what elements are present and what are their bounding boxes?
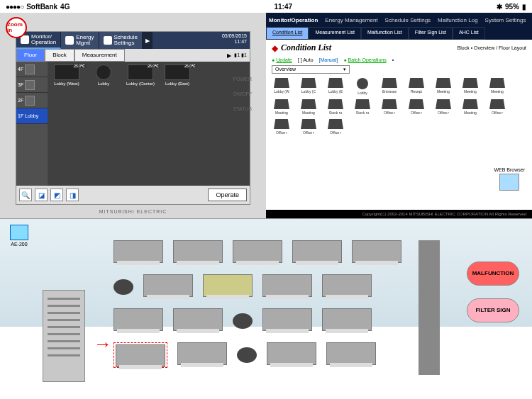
unit-label: Meeting: [460, 111, 480, 115]
duct-unit[interactable]: [322, 308, 372, 331]
floor-item-3f[interactable]: 3F: [16, 77, 48, 93]
webnav-malfunction[interactable]: Malfunction Log: [438, 17, 477, 23]
duct-unit[interactable]: [326, 342, 376, 365]
selected-unit-highlight[interactable]: [113, 342, 167, 368]
duct-unit[interactable]: [262, 308, 312, 331]
duct-unit[interactable]: [113, 308, 163, 331]
web-unit-item[interactable]: Office r: [326, 119, 345, 135]
web-unit-item[interactable]: Office r: [433, 99, 453, 115]
update-link[interactable]: ● Update: [272, 57, 292, 62]
duct-unit[interactable]: [116, 344, 165, 367]
duct-unit[interactable]: [322, 274, 372, 297]
subtab-condition[interactable]: Condition List: [266, 27, 309, 40]
web-unit-item[interactable]: Office r: [406, 99, 426, 115]
duct-unit[interactable]: [173, 308, 223, 331]
temp-label: 25.0℃: [73, 64, 86, 68]
unit-label: Meeting: [299, 111, 318, 115]
unit-icon: [274, 78, 289, 88]
nav-energy-mgmt[interactable]: Energy Mgmt: [61, 32, 99, 49]
nav-next-arrow[interactable]: ▶: [143, 32, 153, 49]
operate-button[interactable]: Operate: [208, 189, 247, 201]
web-unit-item[interactable]: Office r: [379, 99, 399, 115]
unit-grid: Lobby (WLobby (CLobby (ELobbyEntranceRec…: [266, 74, 532, 139]
duct-unit[interactable]: [173, 240, 223, 263]
web-unit-item[interactable]: Stock ro: [326, 99, 345, 115]
webnav-system[interactable]: System Settings: [485, 17, 526, 23]
ac-unit-lobby-center[interactable]: 25.0℃Lobby (Center): [124, 64, 157, 86]
floor-3d-view: AE-200 → MALFUNCTION FILTER SIGN: [0, 218, 532, 399]
web-unit-item[interactable]: Meeting: [460, 78, 480, 95]
malfunction-button[interactable]: MALFUNCTION: [467, 262, 519, 286]
nav-right-arrow[interactable]: ▶: [227, 52, 231, 59]
web-unit-item[interactable]: Meeting: [487, 78, 507, 95]
web-browser-indicator: WEB Browser: [494, 167, 525, 191]
tool-icon-1[interactable]: ◪: [35, 189, 48, 201]
tool-icon-2[interactable]: ◩: [50, 189, 63, 201]
floor-item-2f[interactable]: 2F: [16, 93, 48, 108]
round-unit[interactable]: [237, 347, 257, 363]
unit-label: Lobby (Center): [124, 82, 157, 86]
web-unit-item[interactable]: Office r: [487, 99, 507, 115]
floor-item-4f[interactable]: 4F: [16, 62, 48, 77]
webnav-energy[interactable]: Energy Management: [325, 17, 377, 23]
building-icon: [43, 290, 85, 382]
web-unit-item[interactable]: Meeting: [299, 99, 318, 115]
tab-measurement[interactable]: Measurement: [74, 49, 125, 62]
duct-unit[interactable]: [233, 240, 282, 263]
batch-link[interactable]: ● Batch Operations: [343, 57, 386, 62]
web-unit-item[interactable]: Office r: [299, 119, 318, 135]
tab-block[interactable]: Block: [45, 49, 74, 62]
web-unit-item[interactable]: Lobby (C: [299, 78, 318, 95]
tab-floor[interactable]: Floor: [16, 49, 45, 62]
unit-icon: [409, 99, 424, 109]
subtab-malfunction[interactable]: Malfunction List: [361, 27, 409, 40]
manual-toggle[interactable]: [Manual]: [319, 57, 338, 62]
web-unit-item[interactable]: Office r: [272, 119, 292, 135]
web-unit-item[interactable]: Lobby: [353, 78, 372, 95]
web-unit-item[interactable]: Lobby (E: [326, 78, 345, 95]
overview-dropdown[interactable]: Overview▾: [272, 65, 350, 74]
filter-sign-button[interactable]: FILTER SIGN: [467, 298, 519, 322]
battery-icon: ▮: [522, 3, 526, 11]
duct-unit[interactable]: [267, 342, 316, 365]
webnav-schedule[interactable]: Schedule Settings: [385, 17, 431, 23]
nav-schedule-settings[interactable]: Schedule Settings: [99, 32, 143, 49]
layout-toggle[interactable]: Block ▪ Overview / Floor Layout: [458, 45, 526, 50]
web-unit-item[interactable]: Meeting: [272, 99, 292, 115]
web-unit-item[interactable]: Recept: [406, 78, 426, 95]
duct-unit[interactable]: [292, 240, 342, 263]
unit-icon: [301, 99, 316, 109]
tool-icon-3[interactable]: ◨: [66, 189, 79, 201]
computer-icon: [499, 174, 519, 191]
ac-unit-lobby-west[interactable]: 25.0℃Lobby (West): [50, 64, 83, 86]
duct-unit[interactable]: [113, 240, 163, 263]
round-unit[interactable]: [113, 279, 133, 295]
web-unit-item[interactable]: Entrance: [379, 78, 399, 95]
duct-unit[interactable]: [352, 240, 401, 263]
webnav-monitor[interactable]: Monitor/Operation: [269, 17, 318, 23]
subtab-measurement[interactable]: Measurement List: [309, 27, 361, 40]
duct-unit[interactable]: [203, 274, 253, 297]
subtab-ahc[interactable]: AHC List: [453, 27, 485, 40]
ios-status-bar: ●●●●○ SoftBank 4G 11:47 ✱ 95% ▮: [0, 0, 532, 13]
round-unit[interactable]: [233, 313, 253, 329]
auto-toggle[interactable]: [ ] Auto: [298, 57, 314, 62]
duct-unit[interactable]: [262, 274, 312, 297]
floor-thumb-icon: [25, 64, 35, 74]
duct-unit[interactable]: [143, 274, 193, 297]
web-interface: Monitor/Operation Energy Management Sche…: [266, 13, 532, 218]
device-badge[interactable]: AE-200: [10, 225, 28, 247]
ac-unit-lobby-east[interactable]: 25.0℃Lobby (East): [161, 64, 194, 86]
onoff-label: ON/OFF: [233, 91, 252, 96]
search-icon[interactable]: 🔍: [19, 189, 32, 201]
unit-icon: [328, 119, 343, 129]
duct-unit[interactable]: [177, 342, 227, 365]
web-unit-item[interactable]: Lobby (W: [272, 78, 292, 95]
floor-item-1f[interactable]: 1F Lobby: [16, 108, 48, 124]
zoom-in-badge[interactable]: Zoom in: [6, 17, 27, 38]
subtab-filter[interactable]: Filter Sign List: [409, 27, 453, 40]
web-unit-item[interactable]: Meeting: [433, 78, 453, 95]
web-unit-item[interactable]: Meeting: [460, 99, 480, 115]
ac-unit-lobby[interactable]: Lobby: [87, 64, 120, 86]
web-unit-item[interactable]: Stock ro: [353, 99, 372, 115]
